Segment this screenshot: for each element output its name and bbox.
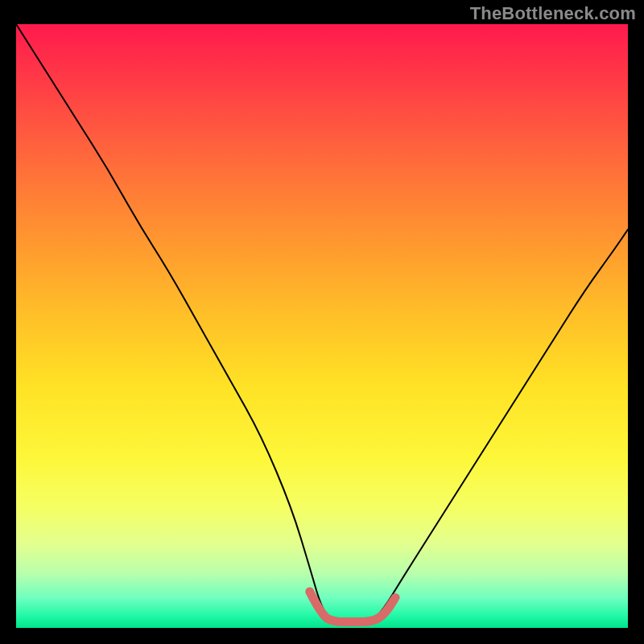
watermark-text: TheBottleneck.com <box>470 3 636 24</box>
bottleneck-curve-line <box>16 24 628 622</box>
chart-svg <box>16 24 628 628</box>
valley-highlight-line <box>310 592 395 622</box>
chart-plot-area <box>16 24 628 628</box>
chart-outer-frame: TheBottleneck.com <box>0 0 644 644</box>
